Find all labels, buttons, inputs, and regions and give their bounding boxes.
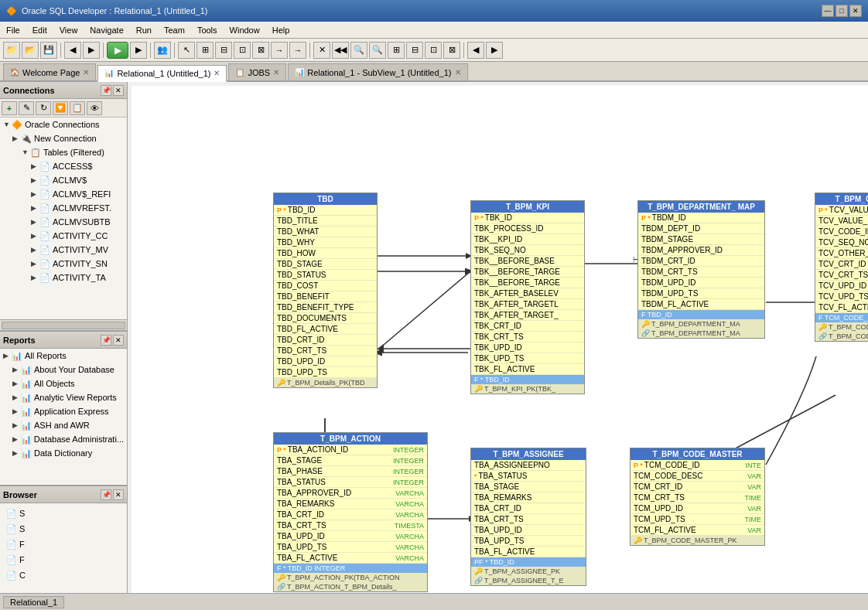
toolbar-grid-btn[interactable]: ⊞ bbox=[196, 42, 214, 59]
browser-item-2[interactable]: 📄 S bbox=[3, 522, 124, 536]
refresh-connection-btn[interactable]: ↻ bbox=[36, 101, 51, 115]
edit-connection-btn[interactable]: ✎ bbox=[19, 101, 34, 115]
connections-close-btn[interactable]: ✕ bbox=[113, 85, 124, 96]
toolbar-fwd-btn[interactable]: ▶ bbox=[83, 42, 100, 59]
tbd-row-why: TBD_WHY bbox=[274, 237, 377, 248]
menu-file[interactable]: File bbox=[0, 22, 26, 38]
toolbar-new-btn[interactable]: 📁 bbox=[3, 42, 20, 59]
tree-aclmvrefst[interactable]: ▶ 📄 ACLMVREFST. bbox=[0, 201, 127, 215]
menu-view[interactable]: View bbox=[53, 22, 84, 38]
tree-activity-mv[interactable]: ▶ 📄 ACTIVITY_MV bbox=[0, 243, 127, 257]
table-action[interactable]: T_BPM_ACTION P *TBA_ACTION_IDINTEGER TBA… bbox=[273, 432, 428, 592]
toolbar-grid4-btn[interactable]: ⊠ bbox=[252, 42, 269, 59]
tab-relational[interactable]: 📊 Relational_1 (Untitled_1) ✕ bbox=[97, 65, 227, 82]
tab-jobs-close[interactable]: ✕ bbox=[273, 68, 279, 77]
tree-oracle-connections[interactable]: ▼ 🔶 Oracle Connections bbox=[0, 118, 127, 131]
browser-close-btn[interactable]: ✕ bbox=[113, 489, 124, 500]
toolbar-run-btn[interactable]: ▶ bbox=[107, 42, 128, 59]
toolbar-grid8-btn[interactable]: ⊠ bbox=[443, 42, 460, 59]
report-db-admin[interactable]: ▶ 📊 Database Administrati... bbox=[0, 432, 127, 446]
diagram-canvas[interactable]: ⊢ bbox=[132, 86, 868, 593]
dept-key-id: P * bbox=[641, 214, 651, 222]
browser-item-1[interactable]: 📄 S bbox=[3, 506, 124, 520]
filter-connection-btn[interactable]: 🔽 bbox=[53, 101, 68, 115]
toolbar-run2-btn[interactable]: ▶ bbox=[130, 42, 147, 59]
browser-item-3[interactable]: 📄 F bbox=[3, 537, 124, 551]
toolbar-nav-btn[interactable]: ◀◀ bbox=[332, 42, 349, 59]
table-code-master[interactable]: T_BPM_CODE_MASTER P *TCM_CODE_IDINTE TCM… bbox=[630, 448, 765, 546]
toolbar-arrow3-btn[interactable]: → bbox=[289, 42, 306, 59]
browser-item-4[interactable]: 📄 F bbox=[3, 553, 124, 567]
report-about-db[interactable]: ▶ 📊 About Your Database bbox=[0, 363, 127, 377]
table-tbd[interactable]: TBD P *TBD_ID TBD_TITLE TBD_WHAT TBD_WHY… bbox=[273, 193, 378, 388]
menu-help[interactable]: Help bbox=[266, 22, 296, 38]
tree-aclmv[interactable]: ▶ 📄 ACLMV$ bbox=[0, 173, 127, 187]
toolbar-right-btn[interactable]: ▶ bbox=[486, 42, 503, 59]
tree-aclmv-refi[interactable]: ▶ 📄 ACLMV$_REFI bbox=[0, 187, 127, 201]
toolbar-x-btn[interactable]: ✕ bbox=[313, 42, 330, 59]
tab-welcome-close[interactable]: ✕ bbox=[83, 68, 89, 77]
statusbar-tab[interactable]: Relational_1 bbox=[3, 596, 64, 608]
canvas-area[interactable]: ⊢ bbox=[128, 82, 868, 593]
schema-btn[interactable]: 📋 bbox=[70, 101, 85, 115]
report-apex[interactable]: ▶ 📊 Application Express bbox=[0, 404, 127, 418]
tbd-key-id: P * bbox=[277, 206, 286, 214]
reports-pin-btn[interactable]: 📌 bbox=[101, 335, 111, 346]
table-code-value[interactable]: T_BPM_CODE_VALUE P *TCV_VALUE_ID TCV_VAL… bbox=[815, 193, 868, 342]
act-row-crt-id: TBA_CRT_IDVARCHA bbox=[274, 509, 427, 520]
menu-team[interactable]: Team bbox=[158, 22, 191, 38]
browser-item-5[interactable]: 📄 C bbox=[3, 568, 124, 582]
toolbar-arrow-btn[interactable]: ↖ bbox=[178, 42, 195, 59]
table-assignee[interactable]: T_BPM_ASSIGNEE TBA_ASSIGNEEPNO *TBA_STAT… bbox=[470, 448, 586, 586]
report-all[interactable]: ▶ 📊 All Reports bbox=[0, 349, 127, 363]
toolbar-zoom-btn[interactable]: 🔍 bbox=[350, 42, 367, 59]
toolbar-zoom2-btn[interactable]: 🔍 bbox=[369, 42, 386, 59]
toolbar-grid6-btn[interactable]: ⊟ bbox=[406, 42, 423, 59]
report-analytic[interactable]: ▶ 📊 Analytic View Reports bbox=[0, 390, 127, 404]
connections-hscroll-bar[interactable] bbox=[2, 322, 125, 329]
menu-navigate[interactable]: Navigate bbox=[84, 22, 129, 38]
toolbar-grid5-btn[interactable]: ⊞ bbox=[388, 42, 405, 59]
toolbar-grid7-btn[interactable]: ⊡ bbox=[425, 42, 442, 59]
tree-new-connection[interactable]: ▶ 🔌 New Connection bbox=[0, 131, 127, 145]
tab-subview[interactable]: 📊 Relational_1 - SubView_1 (Untitled_1) … bbox=[288, 63, 467, 80]
toolbar-back-btn[interactable]: ◀ bbox=[64, 42, 81, 59]
report-ash[interactable]: ▶ 📊 ASH and AWR bbox=[0, 418, 127, 432]
table-dept-map[interactable]: T_BPM_DEPARTMENT_ MAP P *TBDM_ID TBDM_DE… bbox=[637, 200, 765, 339]
tree-activity-cc[interactable]: ▶ 📄 ACTIVITY_CC bbox=[0, 229, 127, 243]
tab-jobs[interactable]: 📋 JOBS ✕ bbox=[228, 63, 286, 80]
menu-edit[interactable]: Edit bbox=[26, 22, 53, 38]
toolbar-people-btn[interactable]: 👥 bbox=[154, 42, 171, 59]
tree-tables-filtered[interactable]: ▼ 📋 Tables (Filtered) bbox=[0, 145, 127, 159]
tree-access[interactable]: ▶ 📄 ACCESS$ bbox=[0, 159, 127, 173]
connections-pin-btn[interactable]: 📌 bbox=[101, 85, 111, 96]
tree-activity-sn[interactable]: ▶ 📄 ACTIVITY_SN bbox=[0, 257, 127, 271]
tree-activity-ta[interactable]: ▶ 📄 ACTIVITY_TA bbox=[0, 271, 127, 285]
toolbar-open-btn[interactable]: 📂 bbox=[22, 42, 39, 59]
menu-run[interactable]: Run bbox=[130, 22, 158, 38]
table-bpm-kpi[interactable]: T_BPM_KPI P *TBK_ID TBK_PROCESS_ID TBK__… bbox=[470, 200, 585, 394]
browser-label-2: S bbox=[19, 524, 25, 533]
toolbar-grid3-btn[interactable]: ⊡ bbox=[234, 42, 251, 59]
reports-close-btn[interactable]: ✕ bbox=[113, 335, 124, 346]
toolbar-left-btn[interactable]: ◀ bbox=[467, 42, 484, 59]
tree-aclmvsubtb[interactable]: ▶ 📄 ACLMVSUBTB bbox=[0, 215, 127, 229]
tab-subview-close[interactable]: ✕ bbox=[455, 68, 461, 77]
browser-pin-btn[interactable]: 📌 bbox=[101, 489, 111, 500]
connections-hscroll[interactable] bbox=[0, 319, 127, 330]
maximize-button[interactable]: □ bbox=[836, 5, 848, 17]
dept-sub-label: F TBD_ID bbox=[641, 311, 672, 319]
minimize-button[interactable]: — bbox=[822, 5, 834, 17]
tab-welcome[interactable]: 🏠 Welcome Page ✕ bbox=[3, 63, 96, 80]
menu-tools[interactable]: Tools bbox=[191, 22, 224, 38]
view-btn[interactable]: 👁 bbox=[87, 101, 102, 115]
toolbar-grid2-btn[interactable]: ⊟ bbox=[215, 42, 232, 59]
toolbar-arrow2-btn[interactable]: → bbox=[271, 42, 288, 59]
close-button[interactable]: ✕ bbox=[849, 5, 862, 17]
menu-window[interactable]: Window bbox=[224, 22, 266, 38]
add-connection-btn[interactable]: + bbox=[2, 101, 17, 115]
toolbar-save-btn[interactable]: 💾 bbox=[40, 42, 57, 59]
tab-relational-close[interactable]: ✕ bbox=[214, 69, 220, 77]
report-data-dict[interactable]: ▶ 📊 Data Dictionary bbox=[0, 446, 127, 460]
report-all-objects[interactable]: ▶ 📊 All Objects bbox=[0, 377, 127, 390]
